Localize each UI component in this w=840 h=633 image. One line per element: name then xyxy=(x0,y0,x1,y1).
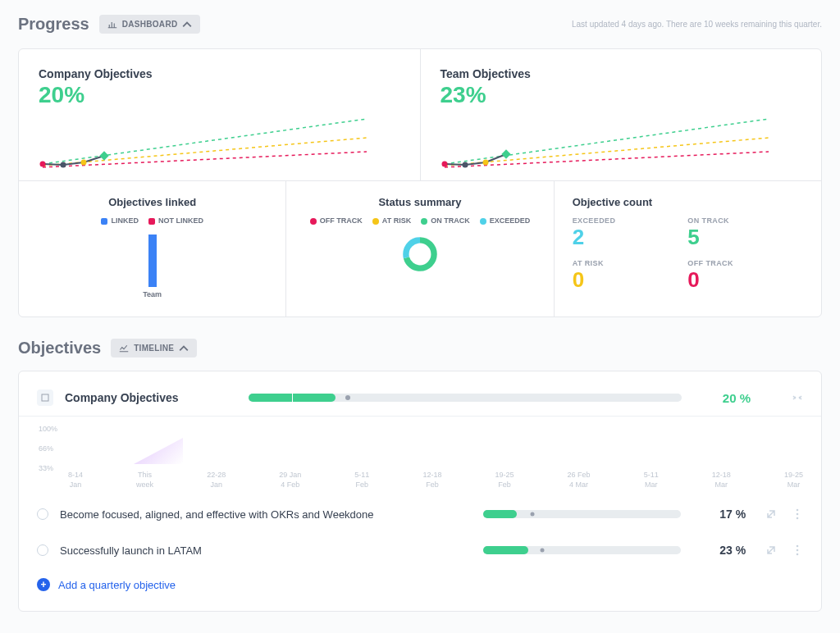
progress-header: Progress DASHBOARD Last updated 4 days a… xyxy=(18,15,822,34)
timeline-tick: 19-25 Mar xyxy=(784,471,803,490)
count-offtrack-label: OFF TRACK xyxy=(687,259,803,267)
bar-chart-icon xyxy=(107,20,117,29)
svg-point-1 xyxy=(61,162,66,168)
progress-charts-row: Company Objectives 20% Team Objectives 2… xyxy=(19,49,821,180)
status-summary-title: Status summary xyxy=(304,196,535,208)
timeline-tick: 5-11 Feb xyxy=(354,471,369,490)
chevron-up-icon xyxy=(179,344,189,353)
count-ontrack-value: 5 xyxy=(687,226,803,248)
svg-point-6 xyxy=(482,160,488,166)
dashboard-toggle-label: DASHBOARD xyxy=(122,20,178,29)
legend-on-track: ON TRACK xyxy=(431,216,470,225)
company-progress-pct: 20% xyxy=(39,82,400,108)
objective-radio[interactable] xyxy=(37,544,48,556)
count-atrisk-value: 0 xyxy=(573,269,688,290)
objective-group-row[interactable]: Company Objectives 20 % xyxy=(19,380,821,417)
legend-linked: LINKED xyxy=(111,216,139,225)
linked-bar-chart xyxy=(148,235,157,287)
page-title: Progress xyxy=(18,15,89,34)
objective-row[interactable]: Become focused, aligned, and effective w… xyxy=(19,496,821,532)
objective-progress-bar xyxy=(483,546,682,554)
y-100: 100% xyxy=(39,425,57,433)
objective-pct: 17 % xyxy=(692,508,746,521)
legend-exceeded: EXCEEDED xyxy=(490,216,531,225)
more-icon[interactable] xyxy=(792,508,803,520)
company-progress-title: Company Objectives xyxy=(39,67,400,80)
company-progress-chart xyxy=(39,115,367,172)
timeline-tick: 12-18 Feb xyxy=(422,471,441,490)
objectives-linked-title: Objectives linked xyxy=(37,196,267,208)
timeline-axis: 100% 66% 33% 8-14 JanThis week22-28 Jan2… xyxy=(19,417,821,496)
objective-pct: 23 % xyxy=(692,544,746,557)
add-objective-label: Add a quarterly objective xyxy=(58,579,176,591)
objective-progress-bar xyxy=(483,510,682,518)
timeline-tick: 22-28 Jan xyxy=(207,471,226,490)
svg-rect-10 xyxy=(42,394,48,401)
chevron-up-icon xyxy=(182,20,192,29)
linked-bar-label: Team xyxy=(37,290,267,298)
count-offtrack: OFF TRACK 0 xyxy=(687,259,803,290)
svg-point-15 xyxy=(797,549,799,552)
open-link-icon[interactable] xyxy=(765,544,777,556)
count-exceeded-value: 2 xyxy=(573,226,688,248)
count-ontrack: ON TRACK 5 xyxy=(687,216,803,248)
last-updated-text: Last updated 4 days ago. There are 10 we… xyxy=(572,20,822,29)
timeline-tick: 12-18 Mar xyxy=(712,471,731,490)
objective-count-title: Objective count xyxy=(573,196,803,208)
objective-row[interactable]: Successfully launch in LATAM23 % xyxy=(19,532,821,568)
add-objective-button[interactable]: + Add a quarterly objective xyxy=(19,568,821,606)
timeline-toggle-label: TIMELINE xyxy=(134,344,174,353)
dashboard-toggle[interactable]: DASHBOARD xyxy=(99,15,201,34)
legend-at-risk: AT RISK xyxy=(382,216,411,225)
count-ontrack-label: ON TRACK xyxy=(687,216,803,225)
objective-name: Successfully launch in LATAM xyxy=(60,544,472,557)
svg-point-5 xyxy=(462,162,468,168)
progress-card: Company Objectives 20% Team Objectives 2… xyxy=(18,48,822,317)
svg-point-4 xyxy=(441,162,447,167)
timeline-projection-wedge xyxy=(134,431,183,464)
y-33: 33% xyxy=(39,464,57,472)
svg-point-14 xyxy=(797,545,799,548)
timeline-toggle[interactable]: TIMELINE xyxy=(111,339,197,357)
svg-point-13 xyxy=(797,517,799,520)
objectives-header: Objectives TIMELINE xyxy=(18,339,822,357)
timeline-tick: 8-14 Jan xyxy=(68,471,83,490)
team-progress-panel[interactable]: Team Objectives 23% xyxy=(420,49,822,180)
objective-group-pct: 20 % xyxy=(693,391,751,405)
objective-count-grid: EXCEEDED 2 ON TRACK 5 AT RISK 0 OFF TRAC… xyxy=(573,216,803,290)
y-66: 66% xyxy=(39,444,57,453)
timeline-tick: This week xyxy=(136,471,153,490)
objectives-linked-cell[interactable]: Objectives linked LINKED NOT LINKED Team xyxy=(19,181,285,316)
objective-group-progress-bar xyxy=(249,394,682,402)
objectives-title: Objectives xyxy=(18,339,101,357)
timeline-tick: 19-25 Feb xyxy=(495,471,514,490)
open-link-icon[interactable] xyxy=(765,508,777,520)
status-donut-chart xyxy=(402,236,438,272)
status-summary-legend: OFF TRACK AT RISK ON TRACK EXCEEDED xyxy=(304,216,535,225)
company-icon xyxy=(37,389,53,406)
objective-name: Become focused, aligned, and effective w… xyxy=(60,508,472,521)
count-offtrack-value: 0 xyxy=(687,269,803,290)
objectives-card: Company Objectives 20 % 100% 66% 33% 8-1… xyxy=(18,371,822,612)
count-exceeded: EXCEEDED 2 xyxy=(573,216,688,248)
svg-point-12 xyxy=(797,513,799,516)
count-atrisk-label: AT RISK xyxy=(573,259,688,267)
svg-point-11 xyxy=(797,509,799,512)
count-atrisk: AT RISK 0 xyxy=(573,259,688,290)
team-progress-chart xyxy=(441,115,769,172)
more-icon[interactable] xyxy=(792,544,803,556)
company-progress-panel[interactable]: Company Objectives 20% xyxy=(19,49,420,180)
svg-point-0 xyxy=(40,162,46,167)
collapse-icon[interactable] xyxy=(792,392,803,403)
status-summary-cell[interactable]: Status summary OFF TRACK AT RISK ON TRAC… xyxy=(285,181,553,316)
legend-off-track: OFF TRACK xyxy=(320,216,363,225)
objective-count-cell[interactable]: Objective count EXCEEDED 2 ON TRACK 5 AT… xyxy=(554,181,821,316)
timeline-tick: 29 Jan 4 Feb xyxy=(279,471,301,490)
team-progress-title: Team Objectives xyxy=(441,67,802,80)
timeline-tick: 5-11 Mar xyxy=(644,471,659,490)
objectives-linked-legend: LINKED NOT LINKED xyxy=(37,216,267,225)
count-exceeded-label: EXCEEDED xyxy=(573,216,688,225)
objective-radio[interactable] xyxy=(37,508,48,520)
legend-not-linked: NOT LINKED xyxy=(158,216,203,225)
svg-point-16 xyxy=(797,553,799,556)
